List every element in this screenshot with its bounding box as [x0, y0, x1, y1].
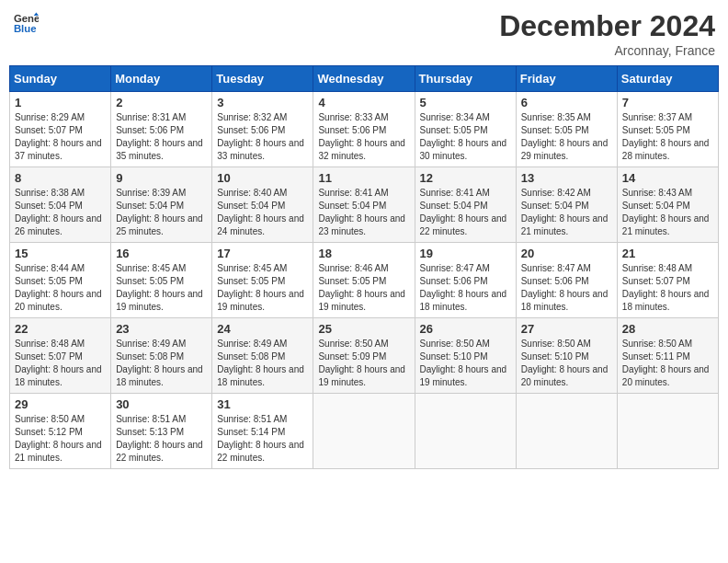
day-info: Sunrise: 8:32 AMSunset: 5:06 PMDaylight:…: [217, 111, 308, 163]
table-row: 17Sunrise: 8:45 AMSunset: 5:05 PMDayligh…: [212, 243, 313, 318]
table-row: 25Sunrise: 8:50 AMSunset: 5:09 PMDayligh…: [313, 318, 415, 394]
day-number: 19: [420, 247, 511, 260]
header-row: Sunday Monday Tuesday Wednesday Thursday…: [10, 66, 719, 92]
table-row: 9Sunrise: 8:39 AMSunset: 5:04 PMDaylight…: [111, 167, 212, 243]
day-number: 21: [622, 247, 713, 260]
col-tuesday: Tuesday: [212, 66, 313, 92]
day-number: 29: [15, 397, 106, 411]
day-number: 12: [420, 171, 511, 185]
day-info: Sunrise: 8:35 AMSunset: 5:05 PMDaylight:…: [521, 111, 612, 163]
col-saturday: Saturday: [617, 66, 718, 92]
day-number: 26: [420, 322, 511, 336]
table-row: 6Sunrise: 8:35 AMSunset: 5:05 PMDaylight…: [516, 92, 617, 167]
table-row: 1Sunrise: 8:29 AMSunset: 5:07 PMDaylight…: [10, 92, 111, 167]
table-row: 24Sunrise: 8:49 AMSunset: 5:08 PMDayligh…: [212, 318, 313, 394]
table-row: [415, 394, 516, 469]
day-number: 11: [318, 171, 409, 185]
day-number: 15: [15, 247, 106, 260]
day-info: Sunrise: 8:46 AMSunset: 5:05 PMDaylight:…: [318, 262, 409, 314]
day-info: Sunrise: 8:50 AMSunset: 5:11 PMDaylight:…: [622, 338, 713, 389]
day-info: Sunrise: 8:38 AMSunset: 5:04 PMDaylight:…: [15, 187, 106, 238]
logo-icon: General Blue: [13, 9, 39, 35]
day-number: 31: [217, 397, 308, 411]
day-info: Sunrise: 8:34 AMSunset: 5:05 PMDaylight:…: [420, 111, 511, 163]
table-row: 4Sunrise: 8:33 AMSunset: 5:06 PMDaylight…: [313, 92, 415, 167]
day-info: Sunrise: 8:51 AMSunset: 5:14 PMDaylight:…: [217, 413, 308, 465]
day-number: 16: [116, 247, 207, 260]
day-number: 7: [622, 96, 713, 109]
col-wednesday: Wednesday: [313, 66, 415, 92]
day-number: 13: [521, 171, 612, 185]
calendar-week-3: 15Sunrise: 8:44 AMSunset: 5:05 PMDayligh…: [10, 243, 719, 318]
day-number: 24: [217, 322, 308, 336]
day-number: 25: [318, 322, 409, 336]
calendar-table: Sunday Monday Tuesday Wednesday Thursday…: [9, 65, 719, 469]
table-row: 19Sunrise: 8:47 AMSunset: 5:06 PMDayligh…: [415, 243, 516, 318]
day-info: Sunrise: 8:31 AMSunset: 5:06 PMDaylight:…: [116, 111, 207, 163]
day-number: 27: [521, 322, 612, 336]
day-number: 2: [116, 96, 207, 109]
calendar-week-5: 29Sunrise: 8:50 AMSunset: 5:12 PMDayligh…: [10, 394, 719, 469]
table-row: 16Sunrise: 8:45 AMSunset: 5:05 PMDayligh…: [111, 243, 212, 318]
day-info: Sunrise: 8:40 AMSunset: 5:04 PMDaylight:…: [217, 187, 308, 238]
day-info: Sunrise: 8:50 AMSunset: 5:09 PMDaylight:…: [318, 338, 409, 389]
table-row: 2Sunrise: 8:31 AMSunset: 5:06 PMDaylight…: [111, 92, 212, 167]
calendar-week-2: 8Sunrise: 8:38 AMSunset: 5:04 PMDaylight…: [10, 167, 719, 243]
title-area: December 2024 Arconnay, France: [499, 9, 715, 58]
day-number: 4: [318, 96, 409, 109]
month-title: December 2024: [499, 9, 715, 43]
day-info: Sunrise: 8:48 AMSunset: 5:07 PMDaylight:…: [622, 262, 713, 314]
day-info: Sunrise: 8:50 AMSunset: 5:10 PMDaylight:…: [420, 338, 511, 389]
table-row: 29Sunrise: 8:50 AMSunset: 5:12 PMDayligh…: [10, 394, 111, 469]
day-info: Sunrise: 8:47 AMSunset: 5:06 PMDaylight:…: [521, 262, 612, 314]
day-info: Sunrise: 8:49 AMSunset: 5:08 PMDaylight:…: [116, 338, 207, 389]
day-number: 18: [318, 247, 409, 260]
day-info: Sunrise: 8:45 AMSunset: 5:05 PMDaylight:…: [217, 262, 308, 314]
table-row: 22Sunrise: 8:48 AMSunset: 5:07 PMDayligh…: [10, 318, 111, 394]
day-number: 14: [622, 171, 713, 185]
day-number: 23: [116, 322, 207, 336]
table-row: 12Sunrise: 8:41 AMSunset: 5:04 PMDayligh…: [415, 167, 516, 243]
table-row: 8Sunrise: 8:38 AMSunset: 5:04 PMDaylight…: [10, 167, 111, 243]
day-info: Sunrise: 8:48 AMSunset: 5:07 PMDaylight:…: [15, 338, 106, 389]
day-info: Sunrise: 8:29 AMSunset: 5:07 PMDaylight:…: [15, 111, 106, 163]
col-thursday: Thursday: [415, 66, 516, 92]
day-info: Sunrise: 8:41 AMSunset: 5:04 PMDaylight:…: [420, 187, 511, 238]
col-friday: Friday: [516, 66, 617, 92]
day-number: 20: [521, 247, 612, 260]
table-row: 10Sunrise: 8:40 AMSunset: 5:04 PMDayligh…: [212, 167, 313, 243]
col-monday: Monday: [111, 66, 212, 92]
table-row: 5Sunrise: 8:34 AMSunset: 5:05 PMDaylight…: [415, 92, 516, 167]
logo: General Blue: [13, 9, 39, 35]
table-row: 13Sunrise: 8:42 AMSunset: 5:04 PMDayligh…: [516, 167, 617, 243]
table-row: 3Sunrise: 8:32 AMSunset: 5:06 PMDaylight…: [212, 92, 313, 167]
day-number: 28: [622, 322, 713, 336]
day-number: 8: [15, 171, 106, 185]
day-number: 17: [217, 247, 308, 260]
location: Arconnay, France: [499, 43, 715, 58]
day-info: Sunrise: 8:50 AMSunset: 5:10 PMDaylight:…: [521, 338, 612, 389]
day-info: Sunrise: 8:49 AMSunset: 5:08 PMDaylight:…: [217, 338, 308, 389]
day-info: Sunrise: 8:37 AMSunset: 5:05 PMDaylight:…: [622, 111, 713, 163]
day-info: Sunrise: 8:47 AMSunset: 5:06 PMDaylight:…: [420, 262, 511, 314]
table-row: 26Sunrise: 8:50 AMSunset: 5:10 PMDayligh…: [415, 318, 516, 394]
table-row: 30Sunrise: 8:51 AMSunset: 5:13 PMDayligh…: [111, 394, 212, 469]
table-row: 18Sunrise: 8:46 AMSunset: 5:05 PMDayligh…: [313, 243, 415, 318]
table-row: 14Sunrise: 8:43 AMSunset: 5:04 PMDayligh…: [617, 167, 718, 243]
table-row: 20Sunrise: 8:47 AMSunset: 5:06 PMDayligh…: [516, 243, 617, 318]
day-info: Sunrise: 8:51 AMSunset: 5:13 PMDaylight:…: [116, 413, 207, 465]
day-number: 9: [116, 171, 207, 185]
table-row: 7Sunrise: 8:37 AMSunset: 5:05 PMDaylight…: [617, 92, 718, 167]
day-info: Sunrise: 8:39 AMSunset: 5:04 PMDaylight:…: [116, 187, 207, 238]
table-row: [516, 394, 617, 469]
day-number: 22: [15, 322, 106, 336]
table-row: 28Sunrise: 8:50 AMSunset: 5:11 PMDayligh…: [617, 318, 718, 394]
table-row: 21Sunrise: 8:48 AMSunset: 5:07 PMDayligh…: [617, 243, 718, 318]
day-info: Sunrise: 8:33 AMSunset: 5:06 PMDaylight:…: [318, 111, 409, 163]
calendar-week-4: 22Sunrise: 8:48 AMSunset: 5:07 PMDayligh…: [10, 318, 719, 394]
col-sunday: Sunday: [10, 66, 111, 92]
day-number: 10: [217, 171, 308, 185]
table-row: [617, 394, 718, 469]
day-number: 5: [420, 96, 511, 109]
table-row: 11Sunrise: 8:41 AMSunset: 5:04 PMDayligh…: [313, 167, 415, 243]
